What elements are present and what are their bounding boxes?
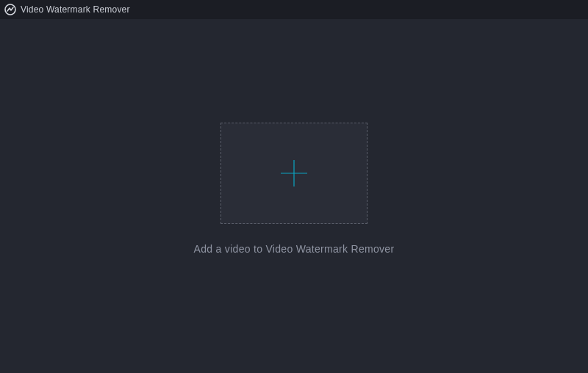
instruction-text: Add a video to Video Watermark Remover bbox=[194, 243, 395, 255]
app-title: Video Watermark Remover bbox=[21, 4, 130, 15]
add-video-dropzone[interactable] bbox=[220, 123, 368, 224]
title-bar: Video Watermark Remover bbox=[0, 0, 588, 19]
app-logo-icon bbox=[4, 4, 16, 15]
main-content: Add a video to Video Watermark Remover bbox=[0, 19, 588, 373]
plus-icon bbox=[279, 159, 309, 188]
